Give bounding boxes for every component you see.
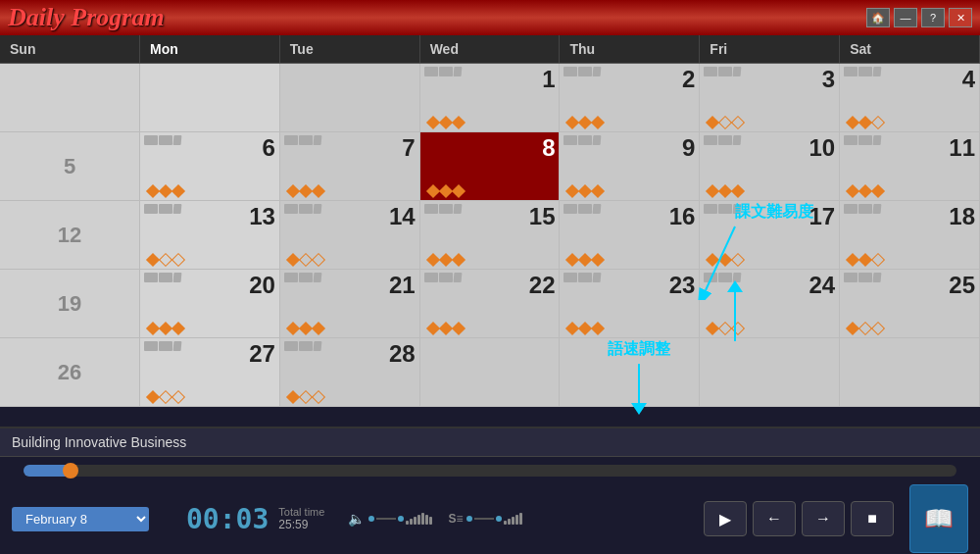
sun-cell-w5: 26 bbox=[0, 338, 140, 407]
header-thu: Thu bbox=[560, 35, 700, 63]
lesson-title: Building Innovative Business bbox=[12, 434, 186, 450]
day-number: 1 bbox=[464, 68, 556, 91]
day-cell-2[interactable]: 2 bbox=[560, 64, 700, 132]
header-sat: Sat bbox=[840, 35, 980, 63]
day-cell-28[interactable]: 28 bbox=[280, 338, 420, 407]
day-cell-empty1[interactable] bbox=[140, 64, 280, 132]
day-cell-24[interactable]: 24 bbox=[700, 270, 840, 338]
calendar-area: Sun Mon Tue Wed Thu Fri Sat 1 2 bbox=[0, 35, 980, 457]
total-time: Total time 25:59 bbox=[278, 506, 324, 531]
date-select[interactable]: February 8 bbox=[12, 507, 149, 531]
day-cell-22[interactable]: 22 bbox=[420, 270, 561, 338]
calendar-grid: 1 2 3 4 5 bbox=[0, 64, 980, 407]
day-cell-empty-w5-4[interactable] bbox=[560, 338, 700, 407]
day-cell-7[interactable]: 7 bbox=[280, 132, 420, 201]
day-cell-13[interactable]: 13 bbox=[140, 201, 280, 270]
play-button[interactable]: ▶ bbox=[704, 501, 747, 536]
day-cell-11[interactable]: 11 bbox=[840, 132, 980, 201]
day-cell-empty-w5-3[interactable] bbox=[420, 338, 561, 407]
day-cell-empty-w5-6[interactable] bbox=[840, 338, 980, 407]
speed-icon: S≡ bbox=[448, 512, 463, 526]
header-sun: Sun bbox=[0, 35, 140, 63]
sun-cell-w1 bbox=[0, 64, 140, 132]
calendar-header: Sun Mon Tue Wed Thu Fri Sat bbox=[0, 35, 980, 64]
day-cell-9[interactable]: 9 bbox=[560, 132, 700, 201]
day-cell-20[interactable]: 20 bbox=[140, 270, 280, 338]
progress-dot bbox=[63, 463, 78, 478]
next-button[interactable]: → bbox=[802, 501, 845, 536]
day-cell-4[interactable]: 4 bbox=[840, 64, 980, 132]
header-mon: Mon bbox=[140, 35, 280, 63]
bottom-bar: Building Innovative Business February 8 … bbox=[0, 427, 980, 554]
time-display: 00:03 bbox=[186, 503, 269, 535]
day-cell-21[interactable]: 21 bbox=[280, 270, 420, 338]
day-cell-empty-w5-5[interactable] bbox=[700, 338, 840, 407]
day-cell-17[interactable]: 17 bbox=[700, 201, 840, 270]
help-button[interactable]: ? bbox=[921, 8, 945, 27]
sun-cell-w2: 5 bbox=[0, 132, 140, 201]
day-cell-10[interactable]: 10 bbox=[700, 132, 840, 201]
lesson-title-bar: Building Innovative Business bbox=[0, 428, 980, 457]
day-cell-14[interactable]: 14 bbox=[280, 201, 420, 270]
header-fri: Fri bbox=[700, 35, 840, 63]
sun-cell-w4: 19 bbox=[0, 270, 140, 338]
day-cell-18[interactable]: 18 bbox=[840, 201, 980, 270]
close-button[interactable]: ✕ bbox=[949, 8, 972, 27]
day-cell-1[interactable]: 1 bbox=[420, 64, 561, 132]
day-cell-25[interactable]: 25 bbox=[840, 270, 980, 338]
header-wed: Wed bbox=[420, 35, 561, 63]
day-cell-3[interactable]: 3 bbox=[700, 64, 840, 132]
day-cell-empty2[interactable] bbox=[280, 64, 420, 132]
book-button[interactable]: 📖 bbox=[909, 484, 968, 553]
volume-icon: 🔈 bbox=[348, 511, 365, 527]
title-bar: Daily Program 🏠 — ? ✕ bbox=[0, 0, 980, 35]
day-cell-8[interactable]: 8 bbox=[420, 132, 561, 201]
stop-button[interactable]: ■ bbox=[851, 501, 894, 536]
window-controls: 🏠 — ? ✕ bbox=[866, 8, 972, 27]
sun-cell-w3: 12 bbox=[0, 201, 140, 270]
app-title: Daily Program bbox=[8, 3, 165, 32]
prev-button[interactable]: ← bbox=[753, 501, 796, 536]
day-cell-16[interactable]: 16 bbox=[560, 201, 700, 270]
minimize-button[interactable]: — bbox=[894, 8, 917, 27]
home-button[interactable]: 🏠 bbox=[866, 8, 890, 27]
day-cell-27[interactable]: 27 bbox=[140, 338, 280, 407]
day-cell-23[interactable]: 23 bbox=[560, 270, 700, 338]
progress-bar[interactable] bbox=[24, 465, 956, 477]
day-cell-15[interactable]: 15 bbox=[420, 201, 561, 270]
header-tue: Tue bbox=[280, 35, 420, 63]
day-cell-6[interactable]: 6 bbox=[140, 132, 280, 201]
media-buttons: ▶ ← → ■ bbox=[704, 501, 894, 536]
